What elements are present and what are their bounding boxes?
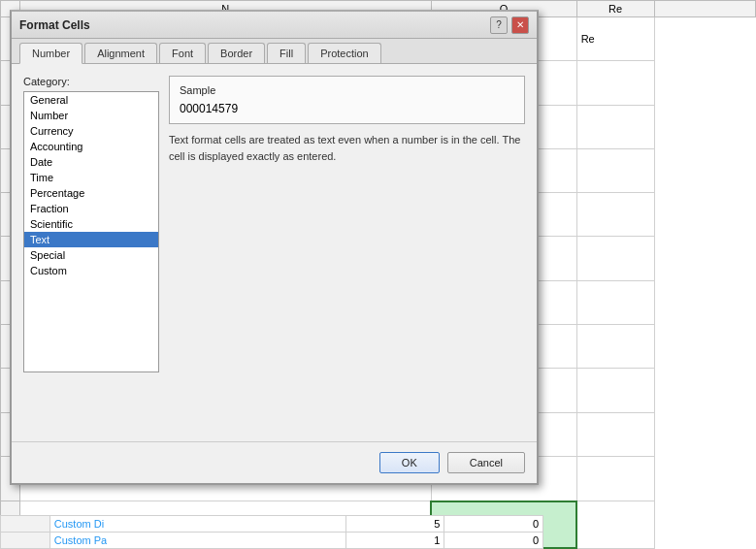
category-item-scientific[interactable]: Scientific bbox=[24, 216, 158, 232]
cancel-button[interactable]: Cancel bbox=[447, 452, 525, 473]
cell-extra-3 bbox=[576, 148, 654, 192]
dialog-title: Format Cells bbox=[19, 18, 90, 32]
col-header-extra: Re bbox=[576, 1, 654, 17]
bottom-row-1-col2: 5 bbox=[345, 516, 444, 533]
cell-extra-0: Re bbox=[576, 17, 654, 61]
category-item-time[interactable]: Time bbox=[24, 170, 158, 185]
right-panel: Sample 000014579 Text format cells are t… bbox=[169, 76, 525, 430]
tab-font[interactable]: Font bbox=[159, 43, 206, 63]
cell-extra-6 bbox=[576, 280, 654, 324]
category-list[interactable]: GeneralNumberCurrencyAccountingDateTimeP… bbox=[23, 91, 159, 372]
bottom-row-2-label: Custom Pa bbox=[49, 533, 345, 549]
category-item-general[interactable]: General bbox=[24, 92, 158, 108]
tab-fill[interactable]: Fill bbox=[267, 43, 306, 63]
cell-extra-9 bbox=[576, 412, 654, 456]
cell-extra-4 bbox=[576, 193, 654, 237]
category-item-custom[interactable]: Custom bbox=[24, 263, 158, 278]
category-item-currency[interactable]: Currency bbox=[24, 123, 158, 139]
sample-value: 000014579 bbox=[180, 102, 514, 115]
category-label: Category: bbox=[23, 76, 159, 87]
sample-section: Sample 000014579 bbox=[169, 76, 525, 124]
format-cells-dialog: Format Cells ? ✕ Number Alignment Font B… bbox=[10, 10, 539, 485]
category-item-accounting[interactable]: Accounting bbox=[24, 139, 158, 154]
dialog-title-bar: Format Cells ? ✕ bbox=[12, 12, 537, 39]
sample-label: Sample bbox=[180, 84, 514, 96]
bottom-row-1-col3: 0 bbox=[444, 516, 543, 533]
category-item-text[interactable]: Text bbox=[24, 232, 158, 247]
category-item-fraction[interactable]: Fraction bbox=[24, 201, 158, 216]
title-bar-controls: ? ✕ bbox=[490, 16, 529, 34]
tab-border[interactable]: Border bbox=[208, 43, 265, 63]
bottom-rows-container: Custom Di 5 0 Custom Pa 1 0 bbox=[0, 515, 543, 549]
tab-number[interactable]: Number bbox=[19, 43, 82, 64]
dialog-footer: OK Cancel bbox=[12, 441, 537, 483]
cell-extra-7 bbox=[576, 324, 654, 368]
cell-extra-1 bbox=[576, 61, 654, 105]
category-item-percentage[interactable]: Percentage bbox=[24, 185, 158, 201]
cell-extra-8 bbox=[576, 369, 654, 412]
help-button[interactable]: ? bbox=[490, 16, 508, 34]
bottom-row-1: Custom Di 5 0 bbox=[1, 516, 543, 533]
bottom-row-1-header bbox=[1, 516, 50, 533]
bottom-row-2-col2: 1 bbox=[345, 533, 444, 549]
category-section: Category: GeneralNumberCurrencyAccountin… bbox=[23, 76, 159, 430]
bottom-row-2: Custom Pa 1 0 bbox=[1, 533, 543, 549]
tab-bar: Number Alignment Font Border Fill Protec… bbox=[12, 39, 537, 64]
category-item-number[interactable]: Number bbox=[24, 108, 158, 123]
category-item-date[interactable]: Date bbox=[24, 154, 158, 170]
col-header-p bbox=[654, 1, 755, 17]
dialog-body: Category: GeneralNumberCurrencyAccountin… bbox=[12, 64, 537, 441]
tab-alignment[interactable]: Alignment bbox=[84, 43, 157, 63]
cell-extra-2 bbox=[576, 105, 654, 148]
ok-button[interactable]: OK bbox=[379, 452, 440, 473]
cell-extra-11 bbox=[576, 501, 654, 548]
bottom-row-2-header bbox=[1, 533, 50, 549]
close-button[interactable]: ✕ bbox=[511, 16, 529, 34]
description-text: Text format cells are treated as text ev… bbox=[169, 132, 525, 164]
cell-extra-5 bbox=[576, 237, 654, 280]
tab-protection[interactable]: Protection bbox=[308, 43, 381, 63]
category-item-special[interactable]: Special bbox=[24, 247, 158, 263]
bottom-row-2-col3: 0 bbox=[444, 533, 543, 549]
bottom-row-1-label: Custom Di bbox=[49, 516, 345, 533]
cell-extra-10 bbox=[576, 456, 654, 501]
